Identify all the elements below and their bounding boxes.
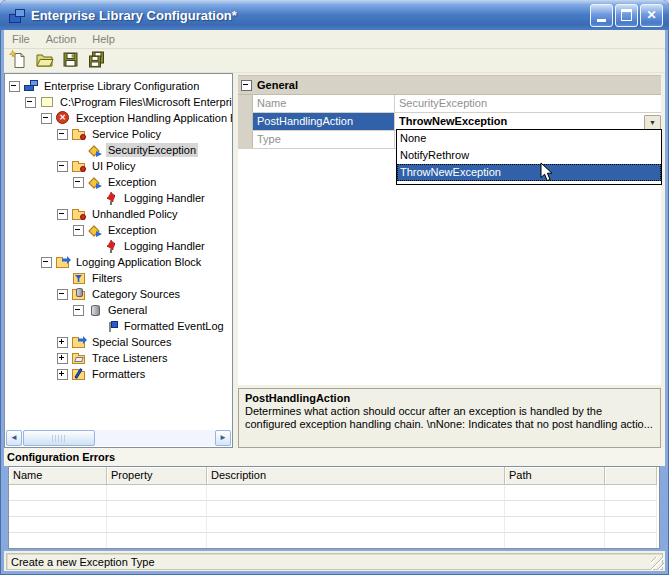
property-name: Type xyxy=(253,131,395,148)
menu-help[interactable]: Help xyxy=(84,32,123,46)
dropdown-arrow-icon[interactable]: ▼ xyxy=(644,115,661,130)
tree-item-enterprise-library-configuration[interactable]: Enterprise Library Configuration xyxy=(5,78,232,94)
special-icon xyxy=(71,334,87,350)
close-icon: ✕ xyxy=(646,9,656,21)
collapse-category-icon[interactable] xyxy=(241,80,252,91)
tree-horizontal-scrollbar[interactable]: ◄ ► xyxy=(6,430,231,446)
menu-action[interactable]: Action xyxy=(38,32,85,46)
tree-item-special-sources[interactable]: Special Sources xyxy=(5,334,232,350)
close-button[interactable]: ✕ xyxy=(640,4,663,27)
tree-item-label: Logging Handler xyxy=(122,239,207,253)
tree-item-label: Exception xyxy=(106,175,158,189)
tree-item-service-policy[interactable]: Service Policy xyxy=(5,126,232,142)
policy-icon xyxy=(71,158,87,174)
property-category-header[interactable]: General xyxy=(238,76,661,95)
scroll-right-arrow-icon[interactable]: ► xyxy=(215,430,231,446)
property-row-name[interactable]: NameSecurityException xyxy=(238,95,661,113)
errors-table-cell xyxy=(207,517,505,533)
tree-item-exception[interactable]: Exception xyxy=(5,174,232,190)
title-bar: Enterprise Library Configuration* ✕ xyxy=(0,0,669,30)
toolbar-new-document-button[interactable] xyxy=(7,50,29,72)
error-icon xyxy=(55,110,71,126)
errors-column-header-blank[interactable] xyxy=(605,467,657,485)
policy-icon xyxy=(71,126,87,142)
collapse-toggle-icon[interactable] xyxy=(57,161,68,172)
errors-column-header-property[interactable]: Property xyxy=(107,467,207,485)
tree-item-logging-application-block[interactable]: Logging Application Block xyxy=(5,254,232,270)
tree-item-exception-handling-application-b[interactable]: Exception Handling Application B xyxy=(5,110,232,126)
errors-column-header-name[interactable]: Name xyxy=(9,467,107,485)
collapse-toggle-icon[interactable] xyxy=(73,177,84,188)
tree-item-logging-handler[interactable]: Logging Handler xyxy=(5,190,232,206)
collapse-toggle-icon[interactable] xyxy=(57,289,68,300)
tree-item-ui-policy[interactable]: UI Policy xyxy=(5,158,232,174)
tree-item-unhandled-policy[interactable]: Unhandled Policy xyxy=(5,206,232,222)
collapse-toggle-icon[interactable] xyxy=(41,257,52,268)
property-grid: General NameSecurityExceptionPostHandlin… xyxy=(238,75,661,385)
general-icon xyxy=(87,302,103,318)
exctype-icon xyxy=(87,174,103,190)
tree-item-formatted-eventlog[interactable]: Formatted EventLog xyxy=(5,318,232,334)
file-icon xyxy=(39,94,55,110)
collapse-toggle-icon[interactable] xyxy=(57,129,68,140)
tree-item-filters[interactable]: Filters xyxy=(5,270,232,286)
errors-column-header-path[interactable]: Path xyxy=(505,467,605,485)
new-document-icon xyxy=(9,50,28,71)
property-value: SecurityException xyxy=(395,95,661,112)
collapse-toggle-icon[interactable] xyxy=(9,81,20,92)
errors-table-cell xyxy=(505,517,605,533)
dropdown-option-none[interactable]: None xyxy=(397,130,661,147)
formatters-icon xyxy=(71,366,87,382)
expand-toggle-icon[interactable] xyxy=(57,369,68,380)
menu-file[interactable]: File xyxy=(4,32,38,46)
minimize-button[interactable] xyxy=(590,4,613,27)
toolbar-save-button[interactable] xyxy=(59,50,81,72)
tree-item-logging-handler[interactable]: Logging Handler xyxy=(5,238,232,254)
errors-table-row xyxy=(9,533,659,549)
dropdown-option-thrownewexception[interactable]: ThrowNewException xyxy=(397,164,661,181)
collapse-toggle-icon[interactable] xyxy=(73,305,84,316)
property-name: PostHandlingAction xyxy=(253,113,395,130)
errors-table-cell xyxy=(505,501,605,517)
errors-table-row xyxy=(9,517,659,533)
minimize-icon xyxy=(597,19,606,22)
tree-item-label: Formatters xyxy=(90,367,147,381)
errors-table-cell xyxy=(207,533,505,549)
config-tree: Enterprise Library ConfigurationC:\Progr… xyxy=(5,78,232,382)
collapse-toggle-icon[interactable] xyxy=(41,113,52,124)
tree-item-category-sources[interactable]: Category Sources xyxy=(5,286,232,302)
errors-table-cell xyxy=(107,533,207,549)
tree-item-label: Unhandled Policy xyxy=(90,207,180,221)
status-bar: Create a new Exception Type xyxy=(4,551,665,571)
property-value[interactable]: ThrowNewException▼ xyxy=(395,113,661,130)
scrollbar-thumb[interactable] xyxy=(23,430,95,446)
tree-item-trace-listeners[interactable]: Trace Listeners xyxy=(5,350,232,366)
app-window: Enterprise Library Configuration* ✕ File… xyxy=(0,0,669,575)
tree-item-label: UI Policy xyxy=(90,159,137,173)
errors-table-cell xyxy=(107,517,207,533)
collapse-toggle-icon[interactable] xyxy=(57,209,68,220)
maximize-icon xyxy=(621,9,632,21)
exctype-icon xyxy=(87,142,103,158)
errors-column-header-description[interactable]: Description xyxy=(207,467,505,485)
scroll-left-arrow-icon[interactable]: ◄ xyxy=(6,430,22,446)
maximize-button[interactable] xyxy=(615,4,638,27)
config-tree-panel: Enterprise Library ConfigurationC:\Progr… xyxy=(4,73,233,448)
blocks-icon xyxy=(23,78,39,94)
tree-item-securityexception[interactable]: SecurityException xyxy=(5,142,232,158)
collapse-toggle-icon[interactable] xyxy=(25,97,36,108)
dropdown-option-notifyrethrow[interactable]: NotifyRethrow xyxy=(397,147,661,164)
resize-grip-icon[interactable] xyxy=(651,557,664,570)
expand-toggle-icon[interactable] xyxy=(57,337,68,348)
collapse-toggle-icon[interactable] xyxy=(73,225,84,236)
toolbar-save-all-button[interactable] xyxy=(85,50,107,72)
tree-item-c-program-files-microsoft-enterpris[interactable]: C:\Program Files\Microsoft Enterpris xyxy=(5,94,232,110)
errors-table-cell xyxy=(107,485,207,501)
expand-toggle-icon[interactable] xyxy=(57,353,68,364)
tree-item-formatters[interactable]: Formatters xyxy=(5,366,232,382)
tree-item-exception[interactable]: Exception xyxy=(5,222,232,238)
trace-icon xyxy=(71,350,87,366)
tree-item-general[interactable]: General xyxy=(5,302,232,318)
toolbar-open-folder-button[interactable] xyxy=(33,50,55,72)
tree-item-label: Logging Application Block xyxy=(74,255,203,269)
